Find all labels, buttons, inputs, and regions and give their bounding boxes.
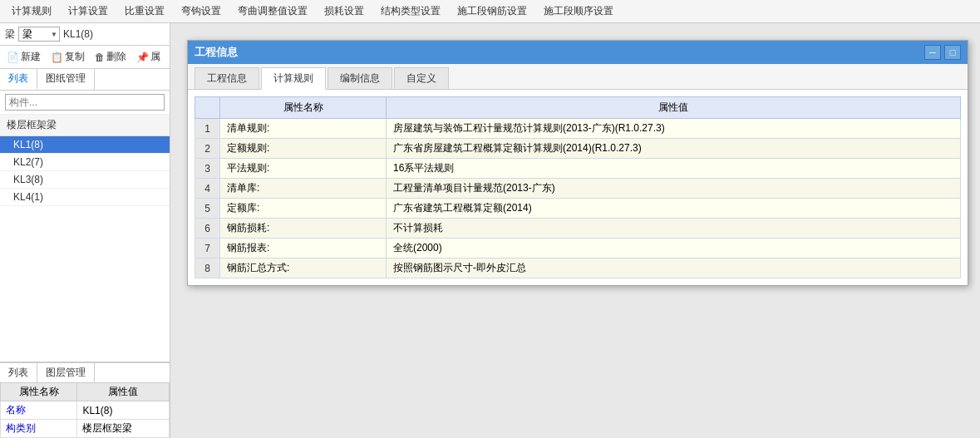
dialog-engineering-info: 工程信息 ─ □ 工程信息 计算规则 编制信息 自定义 [187, 40, 968, 286]
prop-col-value: 属性值 [77, 383, 170, 401]
prop-col-name: 属性名称 [1, 383, 77, 401]
row-attr-value: 按照钢筋图示尺寸-即外皮汇总 [387, 258, 961, 278]
properties-table: 属性名称 属性值 名称 KL1(8) 构类别 楼层框架梁 [0, 382, 170, 438]
tab-project-info[interactable]: 工程信息 [195, 67, 259, 89]
tree-item-kl3[interactable]: KL3(8) [0, 171, 170, 189]
attr-icon: 📌 [136, 52, 149, 63]
dialog-tab-bar: 工程信息 计算规则 编制信息 自定义 [188, 64, 968, 90]
row-num: 4 [195, 179, 220, 199]
table-row: 7 钢筋报表: 全统(2000) [195, 239, 961, 258]
type-selector-row: 梁 梁 KL1(8) [0, 23, 170, 46]
menu-calc-settings[interactable]: 计算设置 [60, 1, 116, 22]
main-layout: 梁 梁 KL1(8) 📄 新建 📋 复制 🗑 删除 📌 [0, 23, 980, 438]
maximize-button[interactable]: □ [944, 45, 961, 60]
table-row: 3 平法规则: 16系平法规则 [195, 159, 961, 179]
search-input[interactable] [5, 94, 165, 111]
delete-label: 删除 [106, 50, 126, 64]
col-name-header: 属性名称 [220, 97, 387, 119]
table-row: 4 清单库: 工程量清单项目计量规范(2013-广东) [195, 179, 961, 199]
row-attr-value: 不计算损耗 [387, 219, 961, 239]
table-row: 1 清单规则: 房屋建筑与装饰工程计量规范计算规则(2013-广东)(R1.0.… [195, 119, 961, 139]
copy-icon: 📋 [51, 52, 63, 63]
left-panel: 梁 梁 KL1(8) 📄 新建 📋 复制 🗑 删除 📌 [0, 23, 170, 438]
table-row: 6 钢筋损耗: 不计算损耗 [195, 219, 961, 239]
menu-calc-rules[interactable]: 计算规则 [3, 1, 60, 22]
menu-struct-type[interactable]: 结构类型设置 [372, 1, 449, 22]
menu-loss-settings[interactable]: 损耗设置 [316, 1, 372, 22]
dialog-title: 工程信息 [195, 45, 238, 60]
copy-button[interactable]: 📋 复制 [47, 48, 88, 66]
row-attr-name: 钢筋汇总方式: [220, 258, 387, 278]
menu-ratio-settings[interactable]: 比重设置 [116, 1, 173, 22]
prop-value-2: 楼层框架梁 [77, 420, 170, 438]
col-value-header: 属性值 [387, 97, 961, 119]
left-tab-bar: 列表 图纸管理 [0, 69, 170, 91]
row-num: 3 [195, 159, 220, 179]
menu-bend-settings[interactable]: 弯曲调整值设置 [229, 1, 316, 22]
attr-label: 属 [150, 50, 160, 64]
prop-row-2: 构类别 楼层框架梁 [1, 420, 170, 438]
new-label: 新建 [21, 50, 41, 64]
row-attr-value: 广东省房屋建筑工程概算定额计算规则(2014)(R1.0.27.3) [387, 139, 961, 159]
bottom-section: 列表 图层管理 属性名称 属性值 名称 KL1(8) [0, 362, 170, 438]
properties-panel: 属性名称 属性值 名称 KL1(8) 构类别 楼层框架梁 [0, 382, 170, 438]
row-attr-name: 定额规则: [220, 139, 387, 159]
row-num: 2 [195, 139, 220, 159]
new-icon: 📄 [7, 52, 19, 63]
row-num: 7 [195, 239, 220, 258]
row-attr-name: 清单库: [220, 179, 387, 199]
tree-item-kl1[interactable]: KL1(8) [0, 136, 170, 154]
data-table: 属性名称 属性值 1 清单规则: 房屋建筑与装饰工程计量规范计算规则(2013-… [195, 96, 961, 278]
row-attr-value: 16系平法规则 [387, 159, 961, 179]
attr-button[interactable]: 📌 属 [133, 48, 164, 66]
table-row: 5 定额库: 广东省建筑工程概算定额(2014) [195, 199, 961, 219]
row-attr-value: 全统(2000) [387, 239, 961, 258]
row-attr-value: 房屋建筑与装饰工程计量规范计算规则(2013-广东)(R1.0.27.3) [387, 119, 961, 139]
row-attr-name: 钢筋损耗: [220, 219, 387, 239]
selected-element-value: KL1(8) [63, 28, 93, 40]
row-num: 8 [195, 258, 220, 278]
bottom-tab-list[interactable]: 列表 [0, 363, 37, 382]
menu-segment-order[interactable]: 施工段顺序设置 [535, 1, 622, 22]
tab-drawings[interactable]: 图纸管理 [37, 69, 95, 90]
tree-list: KL1(8) KL2(7) KL3(8) KL4(1) [0, 136, 170, 206]
row-attr-value: 工程量清单项目计量规范(2013-广东) [387, 179, 961, 199]
row-attr-value: 广东省建筑工程概算定额(2014) [387, 199, 961, 219]
bottom-tabs: 列表 图层管理 [0, 362, 170, 382]
dialog-titlebar: 工程信息 ─ □ [188, 41, 968, 64]
new-button[interactable]: 📄 新建 [3, 48, 44, 66]
tab-edit-info[interactable]: 编制信息 [327, 67, 392, 89]
tab-custom[interactable]: 自定义 [394, 67, 449, 89]
table-row: 8 钢筋汇总方式: 按照钢筋图示尺寸-即外皮汇总 [195, 258, 961, 278]
top-menu-bar: 计算规则 计算设置 比重设置 弯钩设置 弯曲调整值设置 损耗设置 结构类型设置 … [0, 0, 980, 23]
search-box [0, 91, 170, 115]
delete-button[interactable]: 🗑 删除 [91, 48, 130, 66]
tree-section-header: 楼层框架梁 [0, 115, 170, 136]
type-dropdown-wrapper: 梁 [18, 27, 60, 42]
row-attr-name: 清单规则: [220, 119, 387, 139]
tab-calc-rules[interactable]: 计算规则 [261, 67, 326, 90]
type-label: 梁 [5, 27, 15, 42]
type-dropdown[interactable]: 梁 [18, 27, 60, 42]
bottom-tab-layers[interactable]: 图层管理 [37, 363, 95, 382]
delete-icon: 🗑 [95, 52, 105, 63]
row-num: 1 [195, 119, 220, 139]
tree-item-kl2[interactable]: KL2(7) [0, 154, 170, 171]
minimize-button[interactable]: ─ [924, 45, 941, 60]
row-attr-name: 定额库: [220, 199, 387, 219]
row-num: 5 [195, 199, 220, 219]
col-num-header [195, 97, 220, 119]
tab-list[interactable]: 列表 [0, 69, 37, 90]
right-content: 工程信息 ─ □ 工程信息 计算规则 编制信息 自定义 [170, 23, 980, 438]
dialog-controls: ─ □ [924, 45, 961, 60]
tree-item-kl4[interactable]: KL4(1) [0, 189, 170, 206]
dialog-body: 属性名称 属性值 1 清单规则: 房屋建筑与装饰工程计量规范计算规则(2013-… [188, 90, 968, 285]
row-attr-name: 平法规则: [220, 159, 387, 179]
menu-rebar-settings[interactable]: 施工段钢筋设置 [449, 1, 535, 22]
prop-name-1: 名称 [1, 401, 77, 420]
menu-hook-settings[interactable]: 弯钩设置 [173, 1, 229, 22]
left-toolbar: 📄 新建 📋 复制 🗑 删除 📌 属 [0, 46, 170, 69]
copy-label: 复制 [65, 50, 85, 64]
prop-row-1: 名称 KL1(8) [1, 401, 170, 420]
prop-value-1: KL1(8) [77, 401, 170, 420]
